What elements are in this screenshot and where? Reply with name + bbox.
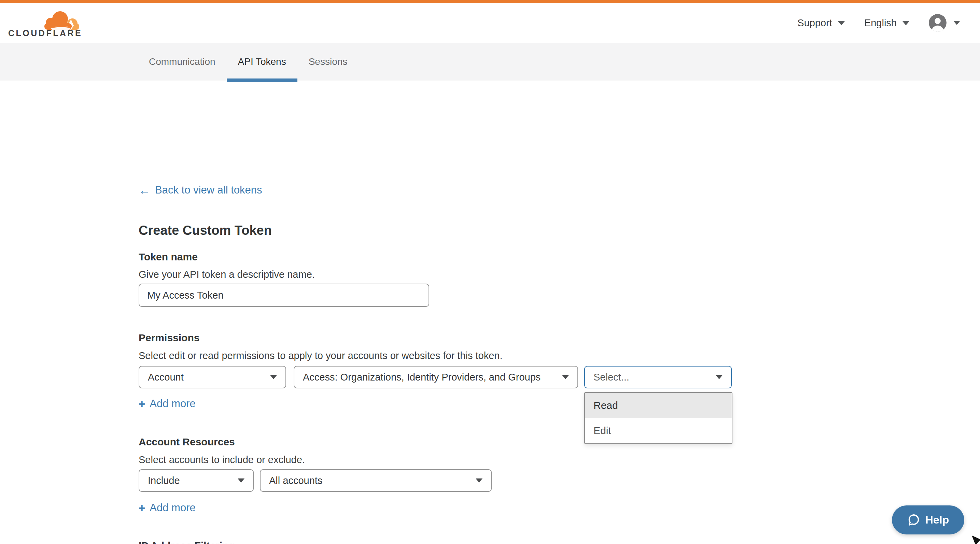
permissions-add-more-link[interactable]: + Add more [138,398,196,410]
account-resources-description: Select accounts to include or exclude. [138,454,305,466]
tab-sessions[interactable]: Sessions [298,43,359,81]
menu-option-edit[interactable]: Edit [585,418,732,443]
permission-access-select[interactable]: Select... [584,366,732,389]
user-avatar-icon [929,14,947,32]
token-name-heading: Token name [138,251,198,263]
language-label: English [864,17,897,29]
tab-communication[interactable]: Communication [138,43,227,81]
chevron-down-icon [716,375,722,379]
account-resources-add-more-link[interactable]: + Add more [138,502,196,514]
resource-mode-select[interactable]: Include [138,469,254,492]
resource-accounts-select[interactable]: All accounts [260,469,492,492]
chevron-down-icon [270,375,277,379]
menu-option-label: Edit [593,425,611,436]
tab-bar: Communication API Tokens Sessions [0,43,980,81]
token-name-input[interactable] [138,284,429,307]
tab-label: Sessions [309,56,348,67]
permission-resource-select[interactable]: Access: Organizations, Identity Provider… [294,366,578,389]
account-menu[interactable] [929,14,960,32]
access-dropdown-menu: Read Edit [584,392,732,444]
cloudflare-cloud-icon [44,11,79,30]
chevron-down-icon [238,479,245,482]
header: CLOUDFLARE Support English [0,3,980,43]
account-resources-heading: Account Resources [138,436,235,448]
back-to-tokens-link[interactable]: ← Back to view all tokens [138,184,262,196]
resource-mode-value: Include [148,475,185,486]
chevron-down-icon [953,21,960,25]
chevron-down-icon [902,21,910,25]
tab-label: API Tokens [238,56,286,67]
chevron-down-icon [476,479,482,482]
menu-option-label: Read [593,400,618,411]
menu-option-read[interactable]: Read [585,393,732,418]
resource-accounts-value: All accounts [269,475,328,486]
plus-icon: + [138,502,145,514]
add-more-label: Add more [150,398,195,410]
support-menu[interactable]: Support [797,17,845,29]
add-more-label: Add more [150,502,195,514]
chevron-down-icon [562,375,569,379]
chat-bubble-icon [907,514,920,527]
permission-resource-value: Access: Organizations, Identity Provider… [303,372,546,383]
cloudflare-logo[interactable]: CLOUDFLARE [8,3,87,43]
cloudflare-wordmark: CLOUDFLARE [8,29,82,38]
tab-api-tokens[interactable]: API Tokens [227,43,298,81]
support-label: Support [797,17,832,29]
permissions-heading: Permissions [138,332,199,344]
help-button-label: Help [925,514,949,526]
token-name-description: Give your API token a descriptive name. [138,269,315,280]
chevron-down-icon [838,21,845,25]
plus-icon: + [138,398,145,409]
header-right: Support English [797,3,960,43]
help-button[interactable]: Help [892,506,964,534]
top-accent-bar [0,0,980,3]
permission-scope-select[interactable]: Account [138,366,286,389]
ip-filtering-heading: IP Address Filtering [138,540,235,544]
tab-label: Communication [149,56,215,67]
back-link-label: Back to view all tokens [155,184,262,196]
permissions-description: Select edit or read permissions to apply… [138,350,502,362]
permission-access-placeholder: Select... [593,372,635,383]
main-content: ← Back to view all tokens Create Custom … [0,81,980,544]
arrow-left-icon: ← [138,184,150,196]
language-menu[interactable]: English [864,17,910,29]
page-title: Create Custom Token [138,223,272,238]
permission-scope-value: Account [148,372,189,383]
